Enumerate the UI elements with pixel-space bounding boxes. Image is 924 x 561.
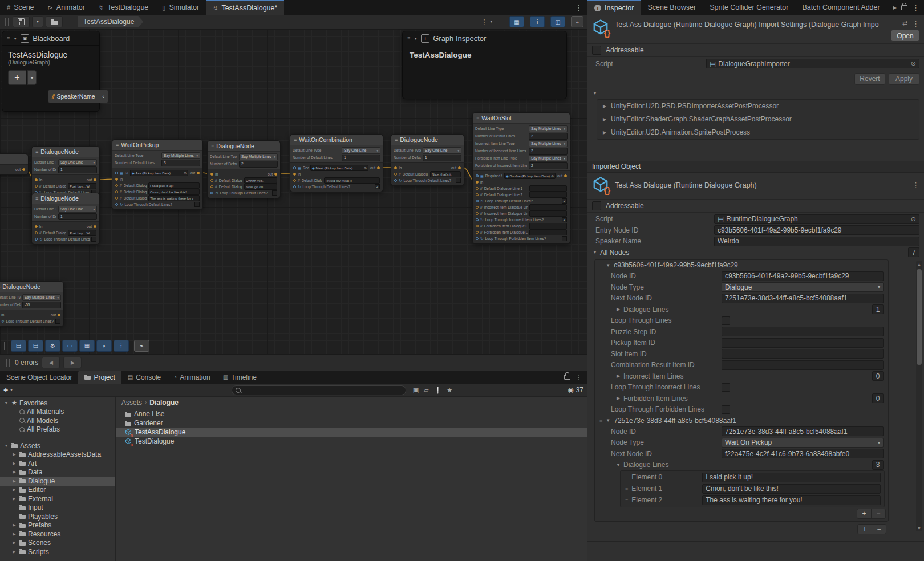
graph-node-waitonslot[interactable]: ≡WaitOnSlotDefault Line TypeSay Multiple… xyxy=(472,112,570,244)
kebab-button[interactable]: ⋮ xyxy=(114,340,129,352)
more-options-icon[interactable]: ⋮ xyxy=(575,3,582,12)
text-field[interactable]: 7251e73e-38d3-44ff-a8c5-bcf54088aaf1 xyxy=(722,426,884,436)
previous-error-button[interactable]: ◀ xyxy=(42,357,60,368)
input-port[interactable] xyxy=(476,187,479,190)
graph-canvas[interactable]: ≡ ▼ ▣ Blackboard TestAssDialogue (Dialog… xyxy=(0,29,587,354)
property-input[interactable]: 2 xyxy=(529,162,568,169)
scroll-down-arrow[interactable]: ▼ xyxy=(916,525,922,531)
foldout-open-icon[interactable]: ▼ xyxy=(605,263,611,268)
foldout-closed-icon[interactable]: ▶ xyxy=(11,532,17,536)
more-options-icon[interactable]: ⋮ xyxy=(912,181,919,189)
output-port[interactable] xyxy=(94,178,96,181)
foldout-open-icon[interactable]: ▼ xyxy=(615,462,621,467)
lock-icon[interactable] xyxy=(901,5,907,10)
asset-gardener[interactable]: Gardener xyxy=(116,418,587,428)
tree-item-assets[interactable]: ▼Assets xyxy=(0,441,115,450)
port-checkbox[interactable]: ✓ xyxy=(562,198,567,204)
create-asset-caret[interactable]: ▾ xyxy=(10,388,13,392)
toolbar-drag-handle[interactable] xyxy=(6,359,10,367)
input-port[interactable] xyxy=(293,179,296,182)
graph-inspector-header[interactable]: ≡ ▼ i Graph Inspector xyxy=(403,31,566,45)
output-port[interactable] xyxy=(58,314,60,316)
graph-node-startnode[interactable]: ≡StartNodeSpeakerNameout xyxy=(0,153,29,175)
output-port[interactable] xyxy=(458,166,461,169)
input-port[interactable] xyxy=(476,200,479,202)
node-foldout-header[interactable]: =▼c93b5606-401f-49a2-99b5-9ecbf1fa9c29 xyxy=(595,260,888,271)
revert-button[interactable]: Revert xyxy=(854,73,885,85)
graph-node-dialoguenode[interactable]: ≡DialogueNodeDefault Line TypeSay Multip… xyxy=(0,281,64,327)
input-port[interactable] xyxy=(115,197,118,200)
object-picker-icon[interactable]: ⊙ xyxy=(551,174,554,178)
foldout-closed-icon[interactable]: ▶ xyxy=(615,373,621,379)
port-checkbox[interactable]: ✓ xyxy=(375,184,380,189)
tab-scene[interactable]: #Scene xyxy=(0,0,41,15)
foldout-closed-icon[interactable]: ▶ xyxy=(602,130,607,135)
foldout-closed-icon[interactable]: ▶ xyxy=(615,307,621,312)
input-port[interactable] xyxy=(476,231,479,234)
add-property-caret[interactable]: ▾ xyxy=(27,70,37,85)
tab-scene-browser[interactable]: Scene Browser xyxy=(641,0,703,15)
text-field[interactable]: c93b5606-401f-49a2-99b5-9ecbf1fa9c29 xyxy=(714,225,919,235)
port-value-field[interactable] xyxy=(529,223,567,229)
text-field[interactable]: f22a475e-4c2f-41c6-9b73-6a83498abfe0 xyxy=(722,449,884,458)
tree-item-data[interactable]: ▶Data xyxy=(0,468,115,477)
tree-item-prefabs[interactable]: ▶Prefabs xyxy=(0,521,115,530)
asset-anne-lise[interactable]: Anne Lise xyxy=(116,409,587,418)
toolbar-drag-handle[interactable] xyxy=(67,18,70,26)
tree-item-all-prefabs[interactable]: All Prefabs xyxy=(0,425,115,434)
tree-item-input[interactable]: Input xyxy=(0,503,115,513)
node-title-bar[interactable]: ≡WaitOnSlot xyxy=(473,113,570,123)
input-port[interactable] xyxy=(394,166,397,169)
audio-button[interactable]: ◗ xyxy=(96,340,112,352)
property-input[interactable]: -55 xyxy=(22,302,61,308)
create-asset-button[interactable]: + xyxy=(3,385,8,395)
input-port[interactable] xyxy=(115,184,118,187)
port-value-field[interactable]: Post boy... W xyxy=(68,230,96,236)
port-value-field[interactable] xyxy=(529,210,567,217)
panel-drag-handle-icon[interactable]: ≡ xyxy=(407,35,410,41)
hidden-count[interactable]: ◉ 37 xyxy=(568,386,583,394)
property-input[interactable]: 1 xyxy=(58,166,97,173)
row-checkbox[interactable] xyxy=(722,405,730,414)
property-dropdown[interactable]: Say One Line▾ xyxy=(58,206,97,213)
project-tab-animation[interactable]: ◔Animation xyxy=(167,371,216,384)
text-field[interactable] xyxy=(722,338,884,348)
input-port[interactable] xyxy=(35,238,38,241)
port-value-field[interactable]: Post boy... W xyxy=(68,183,96,189)
port-value-field[interactable] xyxy=(529,229,567,235)
port-value-field[interactable]: Now, go on.. xyxy=(244,184,277,190)
blackboard-header[interactable]: ≡ ▼ ▣ Blackboard xyxy=(2,31,99,46)
graph-node-waitonpickup[interactable]: ≡WaitOnPickupDefault Line TypeSay Multip… xyxy=(112,139,203,210)
input-port[interactable] xyxy=(115,172,118,174)
property-dropdown[interactable]: Say Multiple Lines▾ xyxy=(529,155,568,162)
tab-animator[interactable]: ⊳Animator xyxy=(41,0,92,15)
breadcrumb-current[interactable]: Dialogue xyxy=(149,399,179,406)
graph-node-dialoguenode[interactable]: ≡DialogueNodeDefault Line TypeSay One Li… xyxy=(391,134,464,186)
graph-node-dialoguenode[interactable]: ≡DialogueNodeDefault Line TypeSay Multip… xyxy=(207,140,281,198)
all-nodes-count-badge[interactable]: 7 xyxy=(908,247,919,257)
node-title-bar[interactable]: ≡StartNode xyxy=(0,154,28,164)
foldout-closed-icon[interactable]: ▶ xyxy=(11,497,17,501)
graph-inspector-panel[interactable]: ≡ ▼ i Graph Inspector TestAssDialogue xyxy=(402,31,567,99)
presets-icon[interactable]: ⇄ xyxy=(902,19,907,28)
tree-item-dialogue[interactable]: ▶Dialogue xyxy=(0,477,115,486)
property-input[interactable]: 1 xyxy=(58,213,97,220)
property-dropdown[interactable]: Say One Line▾ xyxy=(58,159,97,166)
apply-button[interactable]: Apply xyxy=(889,73,919,85)
input-port[interactable] xyxy=(476,174,479,177)
tree-item-editor[interactable]: ▶Editor xyxy=(0,486,115,495)
node-title-bar[interactable]: ≡WaitOnCombination xyxy=(290,135,383,145)
port-value-field[interactable] xyxy=(529,185,567,192)
input-port[interactable] xyxy=(394,179,397,182)
debug-toggle-button[interactable]: ⌁ xyxy=(134,340,149,352)
port-checkbox[interactable] xyxy=(91,237,96,242)
foldout-closed-icon[interactable]: ▶ xyxy=(615,396,621,401)
search-save-icon[interactable]: ▣ xyxy=(413,387,419,394)
more-options-icon[interactable]: ⋮ xyxy=(912,3,919,12)
input-port[interactable] xyxy=(210,192,213,194)
project-tab-scene-object-locator[interactable]: Scene Object Locator xyxy=(0,371,78,384)
caret-down-icon[interactable]: ▾ xyxy=(490,19,492,24)
info-button[interactable]: ▤ xyxy=(28,340,43,352)
port-value-field[interactable]: Nice, that's it xyxy=(430,171,461,177)
port-checkbox[interactable] xyxy=(456,178,461,183)
